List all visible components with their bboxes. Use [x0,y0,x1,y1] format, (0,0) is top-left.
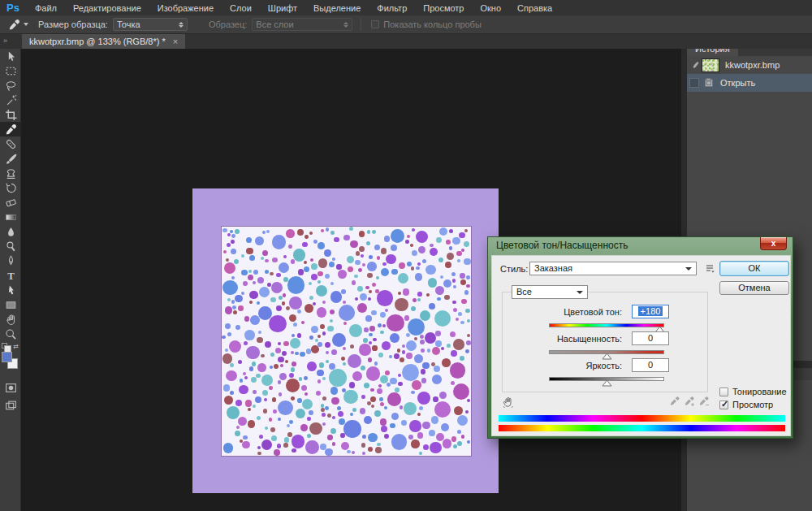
menu-item-6[interactable]: Фильтр [369,3,415,13]
menu-item-4[interactable]: Шрифт [260,3,305,13]
dodge-tool[interactable] [0,239,21,253]
screen-mode-button[interactable] [0,396,21,414]
dot [362,263,365,266]
menu-item-8[interactable]: Окно [473,3,510,13]
dot [283,293,286,297]
clone-stamp-tool[interactable] [0,166,21,180]
dot [412,298,417,302]
menu-item-0[interactable]: Файл [27,3,65,13]
dot [349,324,362,337]
eyedropper-icon[interactable] [669,396,680,409]
healing-brush-tool[interactable] [0,136,21,151]
menu-item-3[interactable]: Слои [222,3,260,13]
path-selection-tool[interactable] [0,283,21,297]
dot [420,340,425,344]
dot [411,391,414,394]
ok-button[interactable]: ОК [719,261,789,276]
dodge-icon [5,240,17,253]
on-image-adjustment-tool[interactable] [502,396,515,410]
photoshop-window: Ps ФайлРедактированиеИзображениеСлоиШриф… [0,0,812,511]
saturation-slider-handle[interactable] [602,353,612,360]
document-tab[interactable]: kkwotpxr.bmp @ 133% (RGB/8*) * × [22,34,185,49]
dot [453,444,457,448]
dot [436,237,442,243]
menu-item-9[interactable]: Справка [509,3,560,13]
saturation-input[interactable]: 0 [632,331,669,345]
eyedropper-tool[interactable] [0,122,21,136]
menu-item-1[interactable]: Редактирование [65,3,149,13]
dialog-title: Цветовой тон/Насыщенность [496,240,628,251]
cancel-button[interactable]: Отмена [719,281,789,295]
dot [465,309,469,313]
show-sampling-ring-checkbox[interactable] [371,20,379,28]
marquee-tool[interactable] [0,63,21,78]
dot [391,269,397,275]
history-item-kkwotpxr.bmp[interactable]: kkwotpxr.bmp [687,56,812,74]
dot [382,262,387,266]
channel-dropdown[interactable]: Все [512,285,588,299]
pen-tool[interactable] [0,253,21,268]
preset-menu-icon[interactable] [704,263,715,275]
history-brush-source-well[interactable] [689,60,699,70]
default-colors-icon[interactable] [2,343,7,349]
hue-input[interactable]: +180 [632,305,669,318]
dot [311,326,318,333]
style-dropdown[interactable]: Заказная [529,262,697,275]
menu-item-2[interactable]: Изображение [149,3,222,13]
gradient-tool[interactable] [0,210,21,224]
eraser-tool[interactable] [0,195,21,210]
history-brush-source-well[interactable] [689,78,699,88]
history-brush-tool[interactable] [0,180,21,195]
collapse-panel-icon[interactable]: » [3,37,6,45]
dot [343,420,361,438]
hand-tool[interactable] [0,312,21,327]
lasso-icon [5,80,17,92]
dot [332,416,335,419]
dot [411,266,414,270]
menu-item-5[interactable]: Выделение [305,3,369,13]
dot [381,426,387,431]
zoom-tool[interactable] [0,327,21,341]
dot [402,364,419,381]
dot [330,291,342,302]
sample-dropdown[interactable]: Все слои [252,18,352,31]
swap-colors-icon[interactable]: ⇄ [13,343,19,350]
quick-mask-button[interactable] [0,379,21,396]
preview-checkbox[interactable]: ✓ Просмотр [719,400,773,409]
shape-tool[interactable] [0,297,21,312]
brush-tool[interactable] [0,151,21,166]
sample-size-dropdown[interactable]: Точка [113,18,188,31]
dot [439,392,447,399]
crop-tool[interactable] [0,107,21,122]
dot [249,255,255,261]
dot [305,440,318,453]
close-dialog-button[interactable]: x [760,237,787,250]
dot [341,357,345,361]
menu-item-7[interactable]: Просмотр [415,3,472,13]
hue-slider[interactable] [549,323,664,327]
dot [256,374,261,379]
dot [435,331,440,336]
lightness-slider-handle[interactable] [602,379,612,387]
dot [255,396,261,403]
add-eyedropper-icon[interactable] [684,396,695,409]
eyedropper-tool-preset[interactable] [0,19,32,31]
dot [467,334,470,337]
photoshop-logo: Ps [0,2,27,14]
magic-wand-tool[interactable] [0,93,21,107]
blur-tool[interactable] [0,224,21,239]
foreground-color-swatch[interactable] [2,352,12,362]
subtract-eyedropper-icon[interactable] [698,396,710,409]
history-item-Открыть[interactable]: Открыть [687,74,812,92]
lasso-tool[interactable] [0,78,21,93]
dot [464,258,471,266]
colorize-checkbox[interactable]: Тонирование [719,387,787,396]
type-tool[interactable]: T [0,268,21,283]
close-tab-icon[interactable]: × [173,37,178,46]
clone-stamp-icon [5,167,17,180]
canvas-image[interactable] [192,188,499,493]
lightness-input[interactable]: 0 [632,358,669,372]
dot [359,344,370,355]
move-tool[interactable] [0,49,21,63]
dot [449,229,453,233]
